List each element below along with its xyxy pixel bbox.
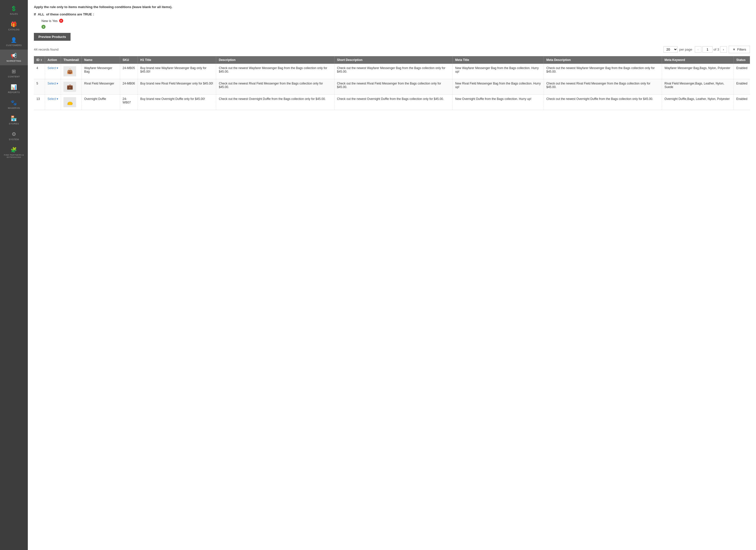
col-header-name: Name xyxy=(82,56,120,64)
sidebar-item-label: SYSTEM xyxy=(9,138,19,141)
sidebar-item-reports[interactable]: 📊 REPORTS xyxy=(0,81,28,97)
records-found-label: 44 records found xyxy=(34,48,59,51)
cell-status: Enabled xyxy=(733,95,750,110)
cell-description: Check out the newest Wayfarer Messenger … xyxy=(216,64,334,79)
col-header-action: Action xyxy=(45,56,61,64)
action-select-link[interactable]: Select ▾ xyxy=(48,97,58,101)
cell-h1title: Buy brand new Rival Field Messenger only… xyxy=(138,79,216,95)
sidebar-item-content[interactable]: ⊞ CONTENT xyxy=(0,65,28,81)
table-body: 4 Select ▾ 👜 Wayfarer Messenger Bag 24-M… xyxy=(34,64,750,110)
find-partners-icon: 🧩 xyxy=(11,147,17,153)
col-header-short-description: Short Description xyxy=(334,56,452,64)
condition-field: New xyxy=(41,19,48,23)
cell-short-description: Check out the newest Rival Field Messeng… xyxy=(334,79,452,95)
add-condition-row: + xyxy=(41,25,750,29)
preview-products-button[interactable]: Preview Products xyxy=(34,33,71,41)
filter-button-label: Filters xyxy=(737,48,746,51)
cell-short-description: Check out the newest Overnight Duffle fr… xyxy=(334,95,452,110)
table-toolbar: 44 records found 20 30 50 100 200 per pa… xyxy=(34,46,750,53)
sidebar-item-sales[interactable]: 💲 SALES xyxy=(0,3,28,18)
sidebar-item-system[interactable]: ⚙ SYSTEM xyxy=(0,128,28,144)
cell-meta-keyword: Overnight Duffle,Bags, Leather, Nylon, P… xyxy=(662,95,734,110)
cell-action: Select ▾ xyxy=(45,79,61,95)
sidebar-item-marketing[interactable]: 📢 MARKETING xyxy=(0,50,28,65)
product-thumbnail: 👜 xyxy=(63,66,76,76)
cell-sku: 24-MB05 xyxy=(120,64,138,79)
dropdown-arrow-icon: ▾ xyxy=(57,66,58,70)
sidebar-item-label: REPORTS xyxy=(8,91,20,94)
page-prev-button[interactable]: ‹ xyxy=(695,46,701,53)
cell-action: Select ▾ xyxy=(45,95,61,110)
condition-value: Yes xyxy=(52,19,58,23)
cell-description: Check out the newest Overnight Duffle fr… xyxy=(216,95,334,110)
col-header-status: Status xyxy=(733,56,750,64)
table-row: 4 Select ▾ 👜 Wayfarer Messenger Bag 24-M… xyxy=(34,64,750,79)
cell-action: Select ▾ xyxy=(45,64,61,79)
sidebar-item-stores[interactable]: 🏪 STORES xyxy=(0,112,28,128)
cell-description: Check out the newest Rival Field Messeng… xyxy=(216,79,334,95)
cell-meta-title: New Wayfarer Messenger Bag from the Bags… xyxy=(453,64,544,79)
filter-button[interactable]: ▼ Filters xyxy=(729,46,750,53)
page-of-label: of xyxy=(714,48,716,51)
magefan-icon: 🐾 xyxy=(11,100,17,106)
condition-operator: is xyxy=(49,19,51,23)
per-page-select: 20 30 50 100 200 per page xyxy=(663,46,692,53)
col-header-meta-keyword: Meta Keyword xyxy=(662,56,734,64)
sales-icon: 💲 xyxy=(11,6,17,12)
sidebar-item-label: MARKETING xyxy=(7,60,21,62)
cell-h1title: Buy brand new Overnight Duffle only for … xyxy=(138,95,216,110)
cell-meta-keyword: Rival Field Messenger,Bags, Leather, Nyl… xyxy=(662,79,734,95)
sidebar-item-label: STORES xyxy=(9,122,19,125)
marketing-icon: 📢 xyxy=(11,53,17,59)
cell-thumbnail: 👝 xyxy=(61,95,82,110)
page-next-button[interactable]: › xyxy=(720,46,727,53)
page-number-input[interactable] xyxy=(702,46,713,53)
sidebar-item-magefan[interactable]: 🐾 MAGEFAN xyxy=(0,97,28,112)
cell-meta-title: New Rival Field Messenger Bag from the B… xyxy=(453,79,544,95)
product-thumbnail: 💼 xyxy=(63,82,76,92)
cell-meta-title: New Overnight Duffle from the Bags colle… xyxy=(453,95,544,110)
toolbar-right: 20 30 50 100 200 per page ‹ of 3 › xyxy=(663,46,750,53)
sidebar-item-catalog[interactable]: 🎁 CATALOG xyxy=(0,18,28,34)
content-icon: ⊞ xyxy=(12,68,16,74)
rule-description: Apply the rule only to items matching th… xyxy=(34,5,750,9)
condition-block: If ALL of these conditions are TRUE : xyxy=(34,12,750,16)
cell-sku: 24-MB06 xyxy=(120,79,138,95)
table-row: 13 Select ▾ 👝 Overnight Duffle 24-WB07 B… xyxy=(34,95,750,110)
action-select-link[interactable]: Select ▾ xyxy=(48,82,58,85)
stores-icon: 🏪 xyxy=(11,115,17,121)
dropdown-arrow-icon: ▾ xyxy=(57,97,58,101)
cell-status: Enabled xyxy=(733,79,750,95)
cell-id: 5 xyxy=(34,79,45,95)
sidebar-item-label: CONTENT xyxy=(8,75,20,78)
sidebar-item-label: SALES xyxy=(10,13,18,15)
col-header-id[interactable]: ID ⬆ xyxy=(34,56,45,64)
filter-icon: ▼ xyxy=(732,48,736,51)
add-condition-button[interactable]: + xyxy=(41,25,46,29)
sidebar-item-find-partners[interactable]: 🧩 FIND PARTNERS & EXTENSIONS xyxy=(0,144,28,161)
action-select-link[interactable]: Select ▾ xyxy=(48,66,58,70)
condition-all-label[interactable]: ALL xyxy=(38,12,44,16)
cell-name: Rival Field Messenger xyxy=(82,79,120,95)
page-total-label: 3 xyxy=(717,48,719,51)
cell-meta-description: Check out the newest Overnight Duffle fr… xyxy=(544,95,662,110)
col-header-h1title: H1 Title xyxy=(138,56,216,64)
cell-thumbnail: 💼 xyxy=(61,79,82,95)
per-page-label: per page xyxy=(679,48,692,51)
cell-name: Overnight Duffle xyxy=(82,95,120,110)
remove-condition-button[interactable]: ✕ xyxy=(59,19,63,23)
cell-name: Wayfarer Messenger Bag xyxy=(82,64,120,79)
reports-icon: 📊 xyxy=(11,84,17,90)
condition-suffix-label: of these conditions are TRUE : xyxy=(46,12,94,16)
col-header-meta-title: Meta Title xyxy=(453,56,544,64)
table-row: 5 Select ▾ 💼 Rival Field Messenger 24-MB… xyxy=(34,79,750,95)
sidebar-item-label: FIND PARTNERS & EXTENSIONS xyxy=(0,154,28,158)
per-page-dropdown[interactable]: 20 30 50 100 200 xyxy=(663,46,678,53)
sidebar-item-label: CUSTOMERS xyxy=(6,44,22,47)
product-thumbnail: 👝 xyxy=(63,97,76,107)
sort-icon: ⬆ xyxy=(40,59,42,61)
table-header: ID ⬆ Action Thumbnail Name SKU H1 Title … xyxy=(34,56,750,64)
sidebar-item-customers[interactable]: 👤 CUSTOMERS xyxy=(0,34,28,50)
cell-sku: 24-WB07 xyxy=(120,95,138,110)
col-header-meta-description: Meta Description xyxy=(544,56,662,64)
